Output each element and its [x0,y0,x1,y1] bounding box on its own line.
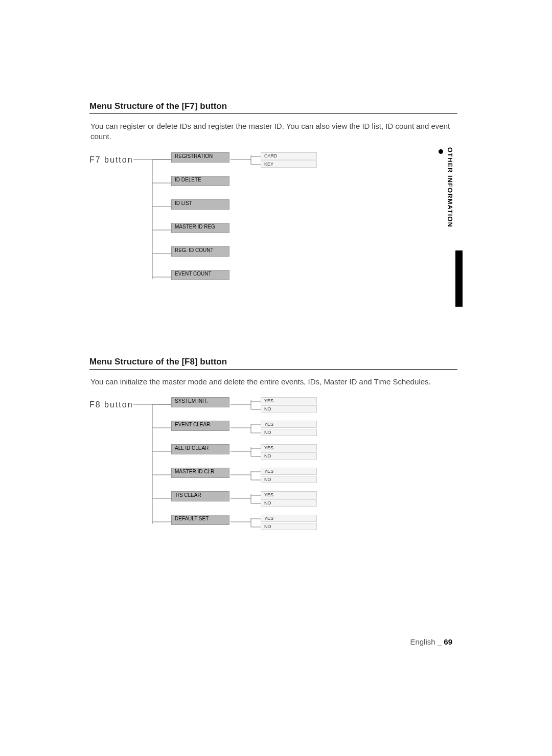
menu-item: ID LIST [171,199,229,210]
tree-f8-leaves-2: YES NO [261,444,317,461]
menu-leaf: NO [261,452,317,460]
menu-item: SYSTEM INIT. [171,397,229,407]
page-footer: English _ 69 [0,637,552,646]
menu-item: T/S CLEAR [171,491,229,501]
tree-f7: F7 button [89,155,457,299]
content-area: Menu Structure of the [F7] button You ca… [89,101,457,633]
menu-leaf: NO [261,523,317,530]
menu-leaf: YES [261,421,317,428]
menu-leaf: YES [261,468,317,475]
section-f8-desc: You can initialize the master mode and d… [90,377,457,387]
menu-leaf: NO [261,405,317,413]
footer-page-number: 69 [444,637,452,646]
section-f7: Menu Structure of the [F7] button You ca… [89,101,457,295]
section-f8: Menu Structure of the [F8] button You ca… [89,357,457,571]
section-f7-desc: You can register or delete IDs and regis… [90,121,457,142]
menu-leaf: NO [261,429,317,436]
menu-item: ID DELETE [171,176,229,186]
page: OTHER INFORMATION Menu Structure of the … [0,0,552,756]
tree-f8-leaves-4: YES NO [261,491,317,508]
tree-f8-leaves-3: YES NO [261,468,317,484]
footer-sep: _ [435,637,444,646]
menu-leaf: YES [261,515,317,522]
menu-leaf: CARD [261,152,317,159]
tree-f8: F8 button [89,400,457,564]
tree-f7-root: F7 button [89,155,133,165]
tree-f8-leaves-0: YES NO [261,397,317,414]
tree-f8-leaves-5: YES NO [261,515,317,531]
menu-item: ALL ID CLEAR [171,444,229,454]
menu-item: REG. ID COUNT [171,246,229,257]
section-f7-title: Menu Structure of the [F7] button [89,101,457,114]
menu-item: MASTER ID CLR [171,468,229,478]
footer-lang: English [410,637,435,646]
menu-leaf: KEY [261,161,317,168]
menu-leaf: YES [261,397,317,404]
tree-f8-leaves-1: YES NO [261,421,317,437]
menu-item: EVENT CLEAR [171,421,229,431]
menu-item: EVENT COUNT [171,270,229,280]
section-f8-title: Menu Structure of the [F8] button [89,357,457,370]
menu-item: REGISTRATION [171,152,229,163]
menu-leaf: NO [261,476,317,483]
menu-item: MASTER ID REG [171,223,229,233]
menu-leaf: NO [261,499,317,507]
menu-item: DEFAULT SET [171,515,229,525]
tree-f7-leaves: CARD KEY [261,152,317,169]
tree-f8-root: F8 button [89,400,133,409]
menu-leaf: YES [261,491,317,498]
menu-leaf: YES [261,444,317,451]
